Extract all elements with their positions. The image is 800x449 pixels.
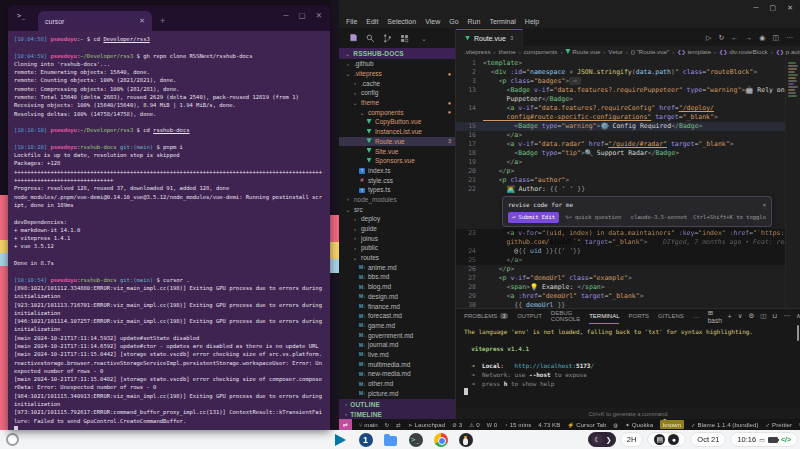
split-editor-icon[interactable]: ◫ [772,34,779,42]
chrome-icon[interactable] [433,432,448,447]
tree-item-finance-md[interactable]: M↓finance.md [339,301,455,311]
status-item-3[interactable]: ⊘3 [452,421,462,428]
workspace-root-row[interactable]: ⌄ RSSHUB-DOCS [339,48,455,59]
menu-item-edit[interactable]: Edit [366,18,378,25]
status-item-15-mins[interactable]: ◔15 mins [504,421,531,428]
tree-item-multimedia-md[interactable]: M↓multimedia.md [339,359,455,369]
battery-time-pill[interactable]: 2H [620,432,644,447]
tree-item-joinus[interactable]: ›joinus [339,233,455,243]
code-line[interactable]: 19 </a> [456,158,786,167]
tree-item--github[interactable]: ›.github [339,59,455,69]
code-editor[interactable]: 1<template>2 <div :id="namespace + JSON.… [456,57,800,308]
trash-icon[interactable]: ⊔ [772,312,777,320]
date-pill[interactable]: Oct 21 [690,432,726,447]
code-line[interactable]: 22 👨‍💻 Author: {{ ' ' }} [456,185,786,194]
status-item-0[interactable]: W0 [487,421,498,428]
code-line[interactable]: 3 <p class="badges"> ⋯ [456,77,786,86]
back-icon[interactable]: ← [731,34,738,42]
code-line[interactable]: 29 <a :href="demoUrl" target="_blank"> [456,292,786,301]
sync-icon[interactable]: ↻ [718,34,724,42]
close-icon[interactable]: ✕ [316,11,322,20]
terminal-titlebar[interactable]: >_ cursor ✕ + ─ ▢ ✕ [8,5,330,31]
code-line[interactable]: 17 <a v-if="data.radar" href="/guide/#ra… [456,140,786,149]
tree-item-Site-vue[interactable]: Site.vue [339,146,455,156]
tree-item-components[interactable]: ⌄components● [339,107,455,117]
tree-item-config[interactable]: ›config [339,88,455,98]
code-line[interactable]: 25 </a> [456,256,786,265]
tree-item-government-md[interactable]: M↓government.md [339,330,455,340]
tree-item-Sponsors-vue[interactable]: Sponsors.vue [339,156,455,166]
forward-icon[interactable]: → [745,34,752,42]
panel-tab-output[interactable]: OUTPUT [517,309,542,323]
code-line[interactable]: 18 <Badge type="tip">🔍 Support Radar</Ba… [456,149,786,158]
tree-item-src[interactable]: ⌄src [339,204,455,214]
close-icon[interactable]: ✕ [762,200,766,209]
play-store-icon[interactable] [333,432,348,447]
tree-item-Route-vue[interactable]: Route.vue3 [339,137,455,147]
tree-item-picture-md[interactable]: M↓picture.md [339,388,455,398]
files-icon[interactable] [383,432,398,447]
inline-edit-input[interactable]: revise code for me [508,200,573,209]
breadcrumb-item[interactable]: ❮❯ template [677,48,711,55]
tree-item-node_modules[interactable]: ›node_modules [339,195,455,205]
code-line[interactable]: 21 <p class="author"> [456,176,786,185]
terminal-output[interactable]: [10:04:58] pseudoyu:~ $ cd Developer/rss… [8,31,330,430]
maximize-icon[interactable]: ▢ [770,4,777,12]
panel-tab-problems[interactable]: PROBLEMS3 [464,309,508,323]
panel-tab-debug-console[interactable]: DEBUG CONSOLE [551,309,580,323]
breadcrumb-item[interactable]: ❮❯ div.routeBlock [719,48,768,55]
explorer-icon[interactable] [349,34,358,43]
minimize-icon[interactable]: ─ [754,4,759,12]
tree-item-public[interactable]: ›public [339,243,455,253]
tree-item-new-media-md[interactable]: M↓new-media.md [339,369,455,379]
tree-item-live-md[interactable]: M↓live.md [339,350,455,360]
code-line[interactable]: config#route-specific-configurations" ta… [456,113,786,122]
status-item-blame-1-1-4-bundled-[interactable]: ✓Blame 1.1.4 (bundled) [691,421,759,428]
new-tab-icon[interactable]: + [160,16,165,26]
search-icon[interactable] [366,34,375,43]
panel-scrollbar[interactable] [797,325,799,341]
menu-item-view[interactable]: View [425,18,440,25]
tree-item--vitepress[interactable]: ⌄.vitepress● [339,69,455,79]
more-actions-icon[interactable]: ⋯ [786,34,793,42]
panel-tab-ports[interactable]: PORTS [628,309,649,323]
breadcrumb-item[interactable]: .vitepress [464,48,490,55]
tree-item--cache[interactable]: ›.cache [339,78,455,88]
code-line[interactable]: 20 </p> [456,167,786,176]
tree-item-theme[interactable]: ⌄theme● [339,98,455,108]
vscode-titlebar[interactable]: ─ ▢ ✕ [339,0,800,15]
tree-item-routes[interactable]: ⌄routes [339,253,455,263]
menu-item-run[interactable]: Run [468,18,481,25]
code-line[interactable]: 16 </a> [456,131,786,140]
tree-item-types-ts[interactable]: Ttypes.ts [339,185,455,195]
code-line[interactable]: 30 {{ demoUrl }} [456,301,786,308]
tree-item-bbs-md[interactable]: M↓bbs.md [339,272,455,282]
integrated-terminal[interactable]: The language 'env' is not loaded, fallin… [456,323,800,408]
more-icon[interactable]: ⋯ [783,312,790,320]
terminal-tab[interactable]: cursor ✕ [38,11,152,31]
submit-edit-button[interactable]: ⏎ Submit Edit [508,212,559,223]
tab-close-icon[interactable]: ✕ [139,17,145,25]
minimize-icon[interactable]: ─ [283,11,288,20]
extensions-icon[interactable] [400,34,409,43]
tree-item-index-ts[interactable]: Tindex.ts [339,166,455,176]
inline-edit-widget[interactable]: revise code for me✕⏎ Submit Edit⌥⏎ quick… [502,196,772,227]
preview-icon[interactable]: ◉ [759,34,765,42]
chevron-down-icon[interactable]: ∨ [738,312,743,320]
status-item-prettier[interactable]: ✓Prettier [765,421,792,428]
code-line[interactable]: 28 <span>💡 Example: </span> [456,283,786,292]
status-item-launchpad[interactable]: ➣Launchpad [408,421,445,428]
tab-route-vue[interactable]: Route.vue 3 [456,29,523,47]
close-icon[interactable]: ✕ [787,4,793,12]
tree-item-InstanceList-vue[interactable]: InstanceList.vue [339,127,455,137]
source-control-icon[interactable] [383,34,392,43]
status-item-4-73-kb[interactable]: 4.73 KB [538,421,560,428]
maximize-icon[interactable]: ▢ [299,11,306,20]
remote-indicator[interactable]: ⇄ [339,419,352,430]
menu-item-help[interactable]: Help [525,18,539,25]
breadcrumb-item[interactable]: Route.vue [565,48,600,55]
tree-item-blog-md[interactable]: M↓blog.md [339,282,455,292]
status-item-quokka[interactable]: ✦Quokka [625,421,653,428]
minimap[interactable] [785,57,800,308]
menu-item-go[interactable]: Go [449,18,458,25]
